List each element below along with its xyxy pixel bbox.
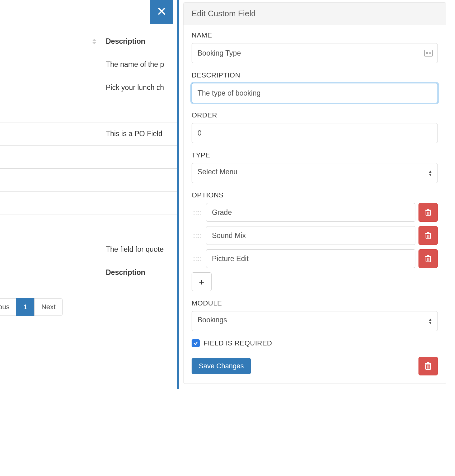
panel-title: Edit Custom Field [183, 2, 446, 25]
trash-icon [425, 255, 432, 262]
type-label: TYPE [192, 151, 438, 159]
svg-rect-10 [427, 209, 429, 210]
table-header-description[interactable]: Description [100, 30, 184, 53]
option-input[interactable] [206, 203, 415, 222]
order-label: ORDER [192, 111, 438, 119]
drag-handle-icon[interactable]: :::: [192, 209, 203, 216]
name-input[interactable] [192, 43, 438, 63]
svg-marker-1 [92, 42, 96, 44]
table-cell-description [100, 146, 184, 169]
svg-rect-7 [429, 53, 431, 54]
pagination: ous 1 Next [0, 298, 63, 316]
option-input[interactable] [206, 249, 415, 268]
table-cell-description: The field for quote [100, 238, 184, 261]
sort-icon[interactable] [92, 38, 97, 45]
svg-rect-21 [425, 256, 431, 257]
table-cell-description: This is a PO Field [100, 122, 184, 146]
svg-rect-4 [424, 50, 433, 56]
name-label: NAME [192, 31, 438, 39]
module-label: MODULE [192, 299, 438, 307]
table-cell-description: The name of the p [100, 53, 184, 76]
table-footer-description: Description [100, 261, 184, 284]
table-footer-col1 [0, 261, 100, 284]
table-row[interactable]: This is a PO Field [0, 122, 184, 146]
svg-rect-16 [427, 232, 429, 233]
required-checkbox[interactable] [192, 339, 200, 347]
edit-custom-field-panel: Edit Custom Field NAME DESCRIPTION OR [177, 0, 451, 389]
svg-rect-6 [429, 52, 431, 53]
table-row[interactable] [0, 192, 184, 215]
svg-marker-0 [92, 39, 96, 41]
svg-rect-9 [425, 210, 431, 211]
table-cell-description [100, 215, 184, 238]
description-label: DESCRIPTION [192, 71, 438, 79]
required-label: FIELD IS REQUIRED [203, 339, 272, 347]
trash-icon [425, 232, 432, 239]
trash-icon [424, 362, 432, 370]
table-row[interactable] [0, 169, 184, 192]
table-cell-description [100, 192, 184, 215]
drag-handle-icon[interactable]: :::: [192, 232, 203, 239]
custom-fields-table: Description The name of the pPick your l… [0, 30, 184, 284]
drag-handle-icon[interactable]: :::: [192, 255, 203, 262]
trash-icon [425, 209, 432, 216]
option-row: :::: [192, 226, 438, 245]
svg-rect-5 [426, 52, 428, 54]
pagination-page-1[interactable]: 1 [16, 298, 34, 316]
plus-icon: ＋ [198, 278, 206, 286]
svg-rect-15 [425, 233, 431, 234]
table-cell-description: Pick your lunch ch [100, 76, 184, 99]
table-row[interactable] [0, 215, 184, 238]
module-select[interactable]: Bookings [192, 311, 438, 331]
svg-rect-22 [427, 255, 429, 256]
close-icon [157, 7, 166, 16]
table-cell-description [100, 99, 184, 122]
pagination-previous[interactable]: ous [0, 298, 17, 316]
delete-option-button[interactable] [418, 249, 438, 268]
delete-option-button[interactable] [418, 203, 438, 222]
order-input[interactable] [192, 123, 438, 143]
pagination-next[interactable]: Next [34, 298, 63, 316]
options-label: OPTIONS [192, 191, 438, 199]
delete-field-button[interactable] [418, 357, 438, 375]
type-select[interactable]: Select Menu [192, 163, 438, 183]
table-header-col1[interactable] [0, 30, 100, 53]
svg-rect-28 [427, 362, 429, 363]
check-icon [193, 341, 198, 346]
table-cell-description [100, 169, 184, 192]
table-row[interactable]: Pick your lunch ch [0, 76, 184, 99]
option-row: :::: [192, 203, 438, 222]
description-input[interactable] [192, 83, 438, 103]
save-button[interactable]: Save Changes [192, 358, 251, 374]
option-input[interactable] [206, 226, 415, 245]
table-row[interactable] [0, 99, 184, 122]
svg-rect-27 [425, 363, 431, 364]
close-button[interactable] [150, 0, 173, 24]
add-option-button[interactable]: ＋ [192, 272, 212, 291]
table-row[interactable]: The name of the p [0, 53, 184, 76]
table-row[interactable] [0, 146, 184, 169]
delete-option-button[interactable] [418, 226, 438, 245]
table-row[interactable]: The field for quote [0, 238, 184, 261]
id-card-icon [424, 50, 433, 57]
option-row: :::: [192, 249, 438, 268]
